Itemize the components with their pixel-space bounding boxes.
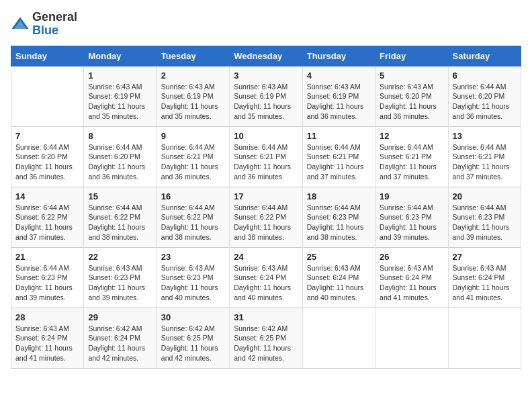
day-detail: Sunrise: 6:44 AMSunset: 6:22 PMDaylight:… [15,203,79,242]
day-number: 24 [234,252,298,262]
header-row: SundayMondayTuesdayWednesdayThursdayFrid… [11,46,521,66]
calendar-cell: 9Sunrise: 6:44 AMSunset: 6:21 PMDaylight… [157,126,229,187]
day-detail: Sunrise: 6:44 AMSunset: 6:22 PMDaylight:… [234,203,298,242]
day-detail: Sunrise: 6:44 AMSunset: 6:22 PMDaylight:… [88,203,152,242]
calendar-cell: 22Sunrise: 6:43 AMSunset: 6:23 PMDayligh… [84,247,157,308]
day-detail: Sunrise: 6:42 AMSunset: 6:25 PMDaylight:… [234,324,298,363]
day-number: 26 [380,252,443,262]
day-detail: Sunrise: 6:44 AMSunset: 6:20 PMDaylight:… [453,82,517,122]
day-detail: Sunrise: 6:44 AMSunset: 6:23 PMDaylight:… [453,203,517,242]
calendar-cell [375,308,448,368]
calendar-cell: 30Sunrise: 6:42 AMSunset: 6:25 PMDayligh… [157,308,229,368]
day-number: 30 [161,312,225,322]
calendar-cell: 12Sunrise: 6:44 AMSunset: 6:21 PMDayligh… [375,126,448,187]
calendar-cell: 11Sunrise: 6:44 AMSunset: 6:21 PMDayligh… [302,126,375,187]
day-number: 17 [234,191,298,201]
day-detail: Sunrise: 6:44 AMSunset: 6:23 PMDaylight:… [15,263,79,303]
day-number: 1 [88,71,152,81]
day-number: 3 [234,71,298,81]
logo-blue-text: Blue [32,24,58,37]
calendar-week-row: 14Sunrise: 6:44 AMSunset: 6:22 PMDayligh… [11,187,521,247]
calendar-header: SundayMondayTuesdayWednesdayThursdayFrid… [11,46,521,66]
day-detail: Sunrise: 6:44 AMSunset: 6:23 PMDaylight:… [380,203,443,242]
day-number: 2 [161,71,225,81]
day-detail: Sunrise: 6:44 AMSunset: 6:21 PMDaylight:… [380,142,443,182]
day-detail: Sunrise: 6:43 AMSunset: 6:19 PMDaylight:… [161,82,225,122]
calendar-cell [448,308,521,368]
logo-general-text: General [32,10,77,24]
calendar-week-row: 28Sunrise: 6:43 AMSunset: 6:24 PMDayligh… [11,308,521,368]
calendar-cell: 29Sunrise: 6:42 AMSunset: 6:24 PMDayligh… [84,308,157,368]
calendar-cell: 15Sunrise: 6:44 AMSunset: 6:22 PMDayligh… [84,187,157,247]
day-detail: Sunrise: 6:43 AMSunset: 6:24 PMDaylight:… [380,263,443,303]
day-detail: Sunrise: 6:44 AMSunset: 6:22 PMDaylight:… [161,203,225,242]
day-number: 22 [88,252,152,262]
calendar-cell: 24Sunrise: 6:43 AMSunset: 6:24 PMDayligh… [230,247,302,308]
header-cell-tuesday: Tuesday [157,46,229,66]
page-header: General Blue [11,11,521,38]
calendar-cell: 16Sunrise: 6:44 AMSunset: 6:22 PMDayligh… [157,187,229,247]
day-number: 28 [15,312,79,322]
day-number: 5 [380,71,443,81]
day-number: 8 [88,131,152,141]
day-number: 29 [88,312,152,322]
day-detail: Sunrise: 6:44 AMSunset: 6:23 PMDaylight:… [307,203,371,242]
day-number: 15 [88,191,152,201]
day-detail: Sunrise: 6:43 AMSunset: 6:24 PMDaylight:… [15,324,79,363]
calendar-week-row: 21Sunrise: 6:44 AMSunset: 6:23 PMDayligh… [11,247,521,308]
calendar-table: SundayMondayTuesdayWednesdayThursdayFrid… [11,46,521,369]
day-detail: Sunrise: 6:44 AMSunset: 6:21 PMDaylight:… [307,142,371,182]
day-number: 27 [453,252,517,262]
calendar-cell: 14Sunrise: 6:44 AMSunset: 6:22 PMDayligh… [11,187,84,247]
calendar-cell: 19Sunrise: 6:44 AMSunset: 6:23 PMDayligh… [375,187,448,247]
calendar-cell: 3Sunrise: 6:43 AMSunset: 6:19 PMDaylight… [230,66,302,126]
calendar-cell: 6Sunrise: 6:44 AMSunset: 6:20 PMDaylight… [448,66,521,126]
day-detail: Sunrise: 6:43 AMSunset: 6:19 PMDaylight:… [234,82,298,122]
day-number: 13 [453,131,517,141]
day-number: 31 [234,312,298,322]
day-detail: Sunrise: 6:43 AMSunset: 6:23 PMDaylight:… [161,263,225,303]
header-cell-saturday: Saturday [448,46,521,66]
day-number: 23 [161,252,225,262]
day-number: 4 [307,71,371,81]
calendar-cell: 7Sunrise: 6:44 AMSunset: 6:20 PMDaylight… [11,126,84,187]
day-number: 19 [380,191,443,201]
day-detail: Sunrise: 6:42 AMSunset: 6:25 PMDaylight:… [161,324,225,363]
logo: General Blue [11,11,77,38]
day-number: 18 [307,191,371,201]
calendar-cell: 2Sunrise: 6:43 AMSunset: 6:19 PMDaylight… [157,66,229,126]
day-detail: Sunrise: 6:44 AMSunset: 6:21 PMDaylight:… [234,142,298,182]
day-number: 6 [453,71,517,81]
calendar-cell: 13Sunrise: 6:44 AMSunset: 6:21 PMDayligh… [448,126,521,187]
day-number: 16 [161,191,225,201]
calendar-week-row: 1Sunrise: 6:43 AMSunset: 6:19 PMDaylight… [11,66,521,126]
day-detail: Sunrise: 6:43 AMSunset: 6:20 PMDaylight:… [380,82,443,122]
calendar-cell: 20Sunrise: 6:44 AMSunset: 6:23 PMDayligh… [448,187,521,247]
header-cell-monday: Monday [84,46,157,66]
day-number: 21 [15,252,79,262]
calendar-cell: 23Sunrise: 6:43 AMSunset: 6:23 PMDayligh… [157,247,229,308]
day-number: 9 [161,131,225,141]
day-detail: Sunrise: 6:44 AMSunset: 6:20 PMDaylight:… [15,142,79,182]
calendar-cell: 10Sunrise: 6:44 AMSunset: 6:21 PMDayligh… [230,126,302,187]
day-number: 14 [15,191,79,201]
calendar-cell: 17Sunrise: 6:44 AMSunset: 6:22 PMDayligh… [230,187,302,247]
calendar-cell: 8Sunrise: 6:44 AMSunset: 6:20 PMDaylight… [84,126,157,187]
calendar-cell: 21Sunrise: 6:44 AMSunset: 6:23 PMDayligh… [11,247,84,308]
calendar-cell: 27Sunrise: 6:43 AMSunset: 6:24 PMDayligh… [448,247,521,308]
calendar-cell: 4Sunrise: 6:43 AMSunset: 6:19 PMDaylight… [302,66,375,126]
calendar-cell: 25Sunrise: 6:43 AMSunset: 6:24 PMDayligh… [302,247,375,308]
calendar-cell: 18Sunrise: 6:44 AMSunset: 6:23 PMDayligh… [302,187,375,247]
day-detail: Sunrise: 6:43 AMSunset: 6:24 PMDaylight:… [453,263,517,303]
header-cell-thursday: Thursday [302,46,375,66]
header-cell-sunday: Sunday [11,46,84,66]
calendar-cell: 26Sunrise: 6:43 AMSunset: 6:24 PMDayligh… [375,247,448,308]
calendar-body: 1Sunrise: 6:43 AMSunset: 6:19 PMDaylight… [11,66,521,368]
day-number: 20 [453,191,517,201]
calendar-cell [302,308,375,368]
day-detail: Sunrise: 6:44 AMSunset: 6:21 PMDaylight:… [161,142,225,182]
day-number: 10 [234,131,298,141]
day-number: 12 [380,131,443,141]
day-detail: Sunrise: 6:43 AMSunset: 6:19 PMDaylight:… [88,82,152,122]
day-detail: Sunrise: 6:42 AMSunset: 6:24 PMDaylight:… [88,324,152,363]
